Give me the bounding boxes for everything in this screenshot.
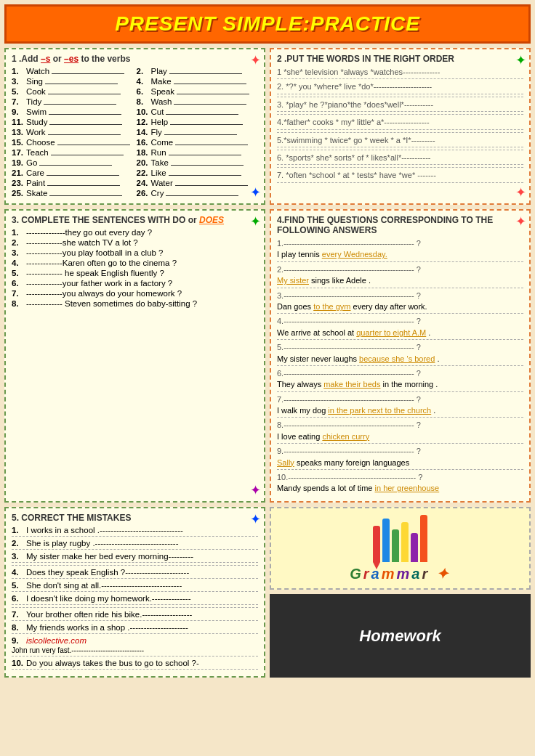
section-4: 4.FIND THE QUESTIONS CORRESPONDING TO TH…: [270, 209, 531, 503]
list-item: 1.--------------------------------------…: [277, 238, 523, 262]
list-item: 4.-------------Karen often go to the cin…: [12, 259, 258, 267]
list-item: 11.Study: [12, 118, 134, 126]
list-item: 20.Take: [137, 158, 259, 167]
list-item: 9.--------------------------------------…: [277, 446, 523, 470]
list-item: 10.-------------------------------------…: [277, 472, 523, 495]
list-item: 16.Come: [137, 138, 259, 147]
page-title: PRESENT SIMPLE:PRACTICE: [4, 4, 531, 44]
section-3-content: 1.--------------they go out every day ? …: [12, 228, 258, 308]
list-item: 9.islcollective.com: [12, 636, 258, 645]
list-item: 3.-------------you play football in a cl…: [12, 248, 258, 257]
list-item: 5.*swimming * twice* go * week * a *I*--…: [277, 135, 523, 150]
star-decoration: ✦: [515, 214, 526, 229]
list-item: 1.--------------they go out every day ?: [12, 228, 258, 237]
section-1-content: 1.Watch 3.Sing 5.Cook 7.Tidy 9.Swim 11.S…: [12, 67, 258, 199]
list-item: 5.Cook: [12, 87, 134, 96]
homework-label: Homework: [359, 627, 441, 646]
list-item: 5.--------------------------------------…: [277, 342, 523, 366]
list-item: 4.*father* cooks * my* little* a*-------…: [277, 117, 523, 132]
list-item: 10.Cut: [137, 107, 259, 116]
list-item: 1.Watch: [12, 67, 134, 76]
list-item: 24.Water: [137, 179, 259, 187]
list-item: 19.Go: [12, 158, 134, 167]
list-item: 22.Like: [137, 168, 259, 177]
list-item: 2.She is play rugby .-------------------…: [12, 539, 258, 548]
list-item: 2.--------------------------------------…: [277, 264, 523, 288]
page: PRESENT SIMPLE:PRACTICE 1 .Add –s or –es…: [0, 0, 535, 756]
list-item: 8.------------- Steven sometimes do baby…: [12, 299, 258, 308]
star-decoration: ✦: [250, 482, 261, 498]
pencil-yellow: [401, 522, 409, 562]
pencils-decoration: [373, 515, 427, 562]
section-2-content: 1 *she* television *always *watches-----…: [277, 67, 523, 183]
list-item: 21.Care: [12, 168, 134, 177]
list-item: 3.My sister make her bed every morning--…: [12, 552, 258, 561]
grammar-image-area: Grammar ✦: [270, 507, 531, 590]
section-1: 1 .Add –s or –es to the verbs 1.Watch 3.…: [4, 48, 265, 205]
list-item: 3.Sing: [12, 77, 134, 86]
list-item: 2.Play: [137, 67, 259, 76]
list-item: 25.Skate: [12, 189, 134, 198]
section-1-col1: 1.Watch 3.Sing 5.Cook 7.Tidy 9.Swim 11.S…: [12, 67, 134, 199]
grammar-label: Grammar ✦: [350, 565, 451, 582]
pencil-orange: [420, 515, 427, 562]
section-5-heading: 5. CORRECT THE MISTAKES: [12, 513, 258, 523]
list-item: 1.I works in a school .-----------------…: [12, 526, 258, 535]
list-item: 6.-------------your father work in a fac…: [12, 279, 258, 288]
section-3: 3. COMPLETE THE SENTENCES WITH DO or DOE…: [4, 209, 265, 503]
section-5-content: 1.I works in a school .-----------------…: [12, 526, 258, 670]
list-item: 3. *play* he ?*piano*the *does*well*----…: [277, 99, 523, 115]
homework-box: Homework: [270, 594, 531, 678]
list-item: 6.Speak: [137, 87, 259, 96]
list-item: 4.--------------------------------------…: [277, 316, 523, 340]
list-item: 6.I doesn't like doing my homework.-----…: [12, 594, 258, 603]
section-3-heading: 3. COMPLETE THE SENTENCES WITH DO or DOE…: [12, 215, 258, 225]
list-item: 10.Do you always takes the bus to go to …: [12, 659, 258, 667]
list-item: 5.------------- he speak English fluentl…: [12, 269, 258, 277]
list-item: 7.Tidy: [12, 97, 134, 106]
list-item: 8.Wash: [137, 97, 259, 106]
list-item: 18.Run: [137, 148, 259, 157]
section-2: 2 .PUT THE WORDS IN THE RIGHT ORDER 1 *s…: [270, 48, 531, 205]
section-1-col2: 2.Play 4.Make 6.Speak 8.Wash 10.Cut 12.H…: [137, 67, 259, 199]
list-item: John run very fast.---------------------…: [12, 646, 258, 654]
list-item: 7.--------------------------------------…: [277, 394, 523, 418]
star-decoration: ✦: [515, 52, 526, 68]
list-item: 4.Make: [137, 77, 259, 86]
list-item: 6. *sports* she* sorts* of * likes*all*-…: [277, 153, 523, 168]
list-item: 7.Your brother often ride his bike.-----…: [12, 610, 258, 619]
section-2-heading: 2 .PUT THE WORDS IN THE RIGHT ORDER: [277, 54, 523, 64]
list-item: 5.She don't sing at all.----------------…: [12, 581, 258, 590]
section-4-content: 1.--------------------------------------…: [277, 238, 523, 495]
star-decoration: ✦: [250, 184, 261, 200]
pencil-blue: [382, 519, 390, 562]
list-item: 7.-------------you always do your homewo…: [12, 289, 258, 298]
list-item: 7. *often *school * at * tests* have *we…: [277, 170, 523, 182]
section-5: 5. CORRECT THE MISTAKES 1.I works in a s…: [4, 507, 265, 678]
star-decoration: ✦: [250, 214, 261, 229]
pencil-red: [373, 526, 380, 562]
list-item: 26.Cry: [137, 189, 259, 198]
star-decoration: ✦: [515, 184, 526, 200]
list-item: 12.Help: [137, 118, 259, 126]
pencil-green: [392, 529, 399, 562]
list-item: 8.My friends works in a shop .----------…: [12, 623, 258, 632]
list-item: 8.--------------------------------------…: [277, 420, 523, 444]
list-item: 14.Fly: [137, 128, 259, 137]
section-1-heading: 1 .Add –s or –es to the verbs: [12, 54, 258, 64]
list-item: 9.Swim: [12, 107, 134, 116]
list-item: 6.--------------------------------------…: [277, 368, 523, 392]
list-item: 23.Paint: [12, 179, 134, 187]
list-item: 13.Work: [12, 128, 134, 137]
section-4-heading: 4.FIND THE QUESTIONS CORRESPONDING TO TH…: [277, 215, 523, 235]
list-item: 15.Choose: [12, 138, 134, 147]
pencil-purple: [411, 533, 418, 562]
star-decoration: ✦: [250, 52, 261, 68]
list-item: 17.Teach: [12, 148, 134, 157]
star-decoration: ✦: [250, 511, 261, 527]
list-item: 1 *she* television *always *watches-----…: [277, 67, 523, 79]
list-item: 4.Does they speak English ?-------------…: [12, 568, 258, 577]
list-item: 3.--------------------------------------…: [277, 290, 523, 314]
list-item: 2. *?* you *where* live *do*------------…: [277, 81, 523, 97]
list-item: 2.-------------she watch TV a lot ?: [12, 238, 258, 247]
